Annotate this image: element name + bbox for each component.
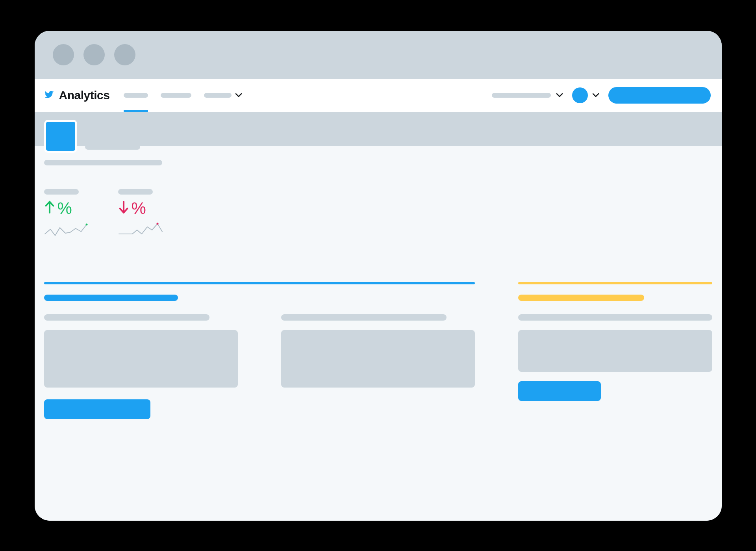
metric-card-down: %: [118, 189, 169, 239]
content-block-placeholder: [281, 330, 475, 388]
promote-button[interactable]: [518, 381, 601, 401]
profile-summary: [44, 120, 162, 165]
page-content: % %: [35, 112, 722, 521]
card-accent-bar: [44, 282, 475, 284]
browser-window: Analytics: [35, 31, 722, 521]
profile-avatar[interactable]: [44, 120, 77, 153]
nav-tab-label-placeholder: [161, 93, 191, 98]
window-maximize-button[interactable]: [114, 44, 135, 65]
window-close-button[interactable]: [53, 44, 74, 65]
chevron-down-icon: [235, 92, 242, 99]
subheading-placeholder: [44, 314, 209, 321]
summary-metrics: % %: [44, 189, 169, 239]
nav-tab-label-placeholder: [124, 93, 148, 98]
navbar-right-controls: [492, 87, 711, 104]
nav-tab-tweets[interactable]: [161, 79, 191, 112]
user-menu-dropdown[interactable]: [572, 87, 599, 103]
brand[interactable]: Analytics: [43, 89, 110, 102]
svg-point-0: [85, 223, 87, 225]
card-heading-placeholder: [518, 295, 644, 301]
content-block-placeholder: [518, 330, 712, 372]
nav-tab-home[interactable]: [124, 79, 148, 112]
primary-cta-button[interactable]: [608, 87, 711, 104]
profile-handle-placeholder: [44, 160, 162, 165]
chevron-down-icon: [593, 92, 599, 99]
metric-symbol: %: [57, 200, 72, 217]
twitter-bird-icon: [43, 90, 55, 101]
metric-value: %: [44, 200, 95, 217]
top-mention-column: [281, 314, 475, 419]
nav-tab-label-placeholder: [204, 93, 232, 98]
card-accent-bar: [518, 282, 712, 284]
view-details-button[interactable]: [44, 399, 150, 419]
metric-card-up: %: [44, 189, 95, 239]
brand-title: Analytics: [59, 89, 110, 102]
svg-point-1: [156, 223, 158, 224]
summary-card: [44, 282, 475, 419]
tips-card: [518, 282, 712, 419]
profile-name-placeholder: [85, 144, 140, 150]
user-avatar-icon: [572, 87, 588, 103]
metric-value: %: [118, 200, 169, 217]
metric-symbol: %: [132, 200, 146, 217]
subheading-placeholder: [518, 314, 712, 321]
app-navbar: Analytics: [35, 79, 722, 112]
account-name-placeholder: [492, 93, 551, 98]
metric-label-placeholder: [44, 189, 79, 195]
metric-label-placeholder: [118, 189, 153, 195]
chevron-down-icon: [556, 92, 563, 99]
account-switcher-dropdown[interactable]: [492, 92, 563, 99]
top-tweet-column: [44, 314, 238, 419]
window-titlebar: [35, 31, 722, 79]
sparkline-chart: [44, 222, 95, 239]
window-minimize-button[interactable]: [83, 44, 105, 65]
nav-tabs: [124, 79, 242, 112]
arrow-down-icon: [118, 200, 129, 217]
card-heading-placeholder: [44, 295, 178, 301]
dashboard-cards: [44, 282, 712, 419]
nav-tab-more[interactable]: [204, 79, 242, 112]
content-block-placeholder: [44, 330, 238, 388]
subheading-placeholder: [281, 314, 447, 321]
sparkline-chart: [118, 222, 169, 239]
arrow-up-icon: [44, 200, 55, 217]
